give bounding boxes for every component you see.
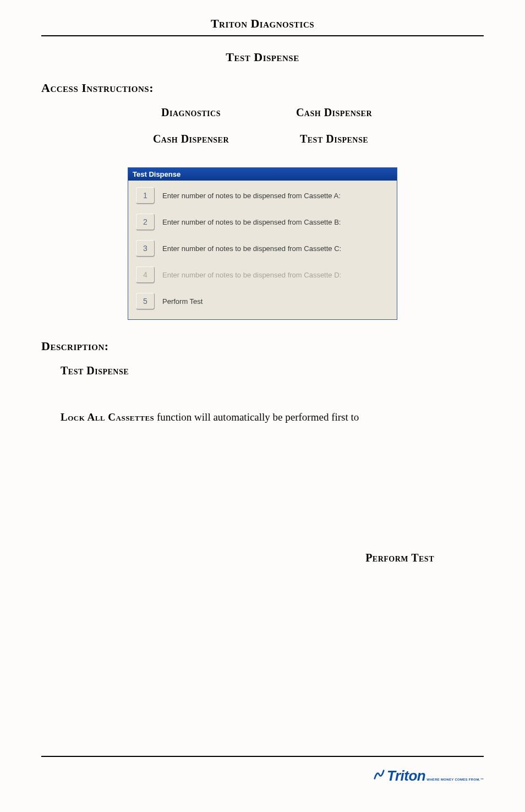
dialog-body: 1 Enter number of notes to be dispensed … (128, 181, 397, 319)
footer-rule (41, 756, 484, 757)
footer-logo: Triton WHERE MONEY COMES FROM.™ (373, 767, 484, 784)
header-rule (41, 35, 484, 36)
test-dispense-dialog: Test Dispense 1 Enter number of notes to… (128, 167, 397, 320)
description-subhead: Test Dispense (61, 364, 484, 377)
perform-test-text: Perform Test (41, 552, 434, 564)
dialog-container: Test Dispense 1 Enter number of notes to… (41, 167, 484, 320)
page-title: Test Dispense (41, 50, 484, 64)
label-cassette-d: Enter number of notes to be dispensed fr… (162, 271, 341, 279)
dialog-row-cassette-c: 3 Enter number of notes to be dispensed … (136, 240, 389, 257)
dialog-row-cassette-d: 4 Enter number of notes to be dispensed … (136, 266, 389, 283)
lock-all-cassettes-text: Lock All Cassettes (61, 411, 154, 423)
header-title: Triton Diagnostics (41, 17, 484, 31)
body-rest-text: function will automatically be performed… (154, 411, 359, 423)
nav-row-2: Cash Dispenser Test Dispense (41, 133, 484, 145)
nav-cash-dispenser-2: Cash Dispenser (119, 133, 262, 145)
access-heading: Access Instructions: (41, 81, 484, 95)
label-cassette-a: Enter number of notes to be dispensed fr… (162, 192, 341, 200)
description-block: Description: Test Dispense Lock All Cass… (41, 339, 484, 564)
button-cassette-c[interactable]: 3 (136, 240, 155, 257)
dialog-titlebar: Test Dispense (128, 168, 397, 181)
button-cassette-b[interactable]: 2 (136, 214, 155, 230)
button-cassette-a[interactable]: 1 (136, 187, 155, 204)
label-cassette-b: Enter number of notes to be dispensed fr… (162, 218, 341, 226)
nav-cash-dispenser-1: Cash Dispenser (262, 106, 406, 119)
dialog-row-cassette-b: 2 Enter number of notes to be dispensed … (136, 214, 389, 230)
logo-text: Triton (387, 767, 425, 784)
logo-tagline: WHERE MONEY COMES FROM.™ (426, 778, 484, 781)
button-perform-test[interactable]: 5 (136, 293, 155, 309)
description-body: Lock All Cassettes function will automat… (61, 410, 484, 425)
nav-diagnostics: Diagnostics (119, 106, 262, 119)
dialog-row-perform-test: 5 Perform Test (136, 293, 389, 309)
nav-test-dispense: Test Dispense (262, 133, 406, 145)
label-perform-test: Perform Test (162, 297, 203, 306)
triton-logo-icon (373, 769, 385, 781)
dialog-row-cassette-a: 1 Enter number of notes to be dispensed … (136, 187, 389, 204)
button-cassette-d: 4 (136, 266, 155, 283)
description-heading: Description: (41, 339, 484, 353)
nav-row-1: Diagnostics Cash Dispenser (41, 106, 484, 119)
label-cassette-c: Enter number of notes to be dispensed fr… (162, 244, 341, 253)
